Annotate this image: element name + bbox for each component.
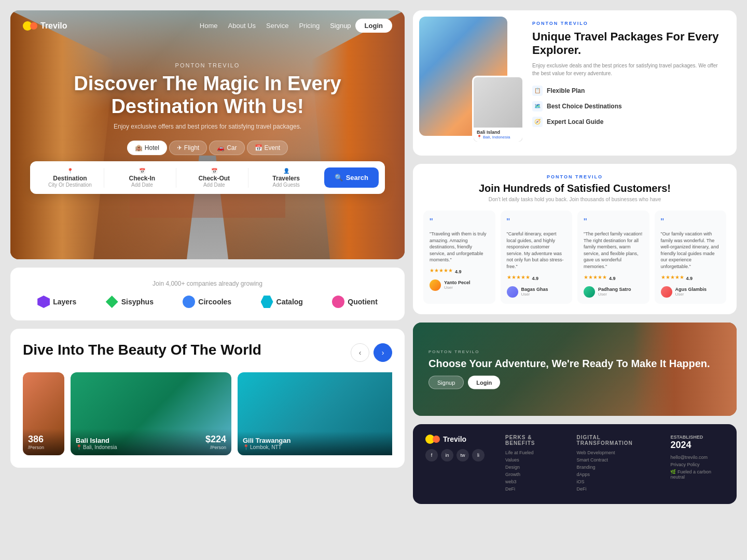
tab-event[interactable]: 📅 Event xyxy=(247,141,288,155)
travelers-sub: Add Guests xyxy=(258,182,315,188)
feature-destinations-label: Best Choice Destinations xyxy=(547,103,622,110)
search-icon: 🔍 xyxy=(335,174,343,181)
companies-list: Layers Sisyphus Circooles Catalog Quotie… xyxy=(23,296,392,308)
tab-car[interactable]: 🚗 Car xyxy=(209,141,244,155)
car-icon: 🚗 xyxy=(217,144,225,151)
hero-subtitle: Enjoy exclusive offers and best prices f… xyxy=(30,123,385,130)
destination-card-gili[interactable]: Gili Trawangan 📍 Lombok, NTT xyxy=(238,372,392,455)
nav-home[interactable]: Home xyxy=(200,22,218,30)
company-layers-label: Layers xyxy=(53,298,76,306)
footer-col-digital: Digital Transformation Web Development S… xyxy=(577,435,655,494)
destination-card-bali[interactable]: Bali Island 📍 Bali, Indonesia $224 /Pers… xyxy=(71,372,231,455)
footer-fueled: 🌿 Fueled a carbon neutral xyxy=(670,469,724,480)
testimonial-4: " "Our family vacation with family was w… xyxy=(655,211,727,304)
social-instagram[interactable]: in xyxy=(441,449,453,461)
unique-content: PONTON TREVILO Unique Travel Packages Fo… xyxy=(527,10,737,156)
rating-2: 4.9 xyxy=(532,276,539,281)
logo-text: Trevilo xyxy=(40,21,67,31)
travelers-label: Travelers xyxy=(258,175,315,182)
travelers-field: 👤 Travelers Add Guests xyxy=(253,168,320,188)
next-arrow-button[interactable]: › xyxy=(374,343,392,362)
author-2: Bagas Ghas User xyxy=(507,286,566,298)
unique-brand: PONTON TREVILO xyxy=(532,21,726,26)
author-role-2: User xyxy=(521,292,548,297)
company-sisyphus-label: Sisyphus xyxy=(121,298,154,306)
rating-3: 4.9 xyxy=(609,276,616,281)
testimonial-3: " "The perfect family vacation! The righ… xyxy=(577,211,649,304)
best-choice-icon: 🗺️ xyxy=(532,101,543,111)
avatar-3 xyxy=(584,286,595,298)
footer-item-design: Design xyxy=(505,465,561,470)
footer-item-branding: Branding xyxy=(577,465,655,470)
search-tabs: 🏨 Hotel ✈ Flight 🚗 Car 📅 Event xyxy=(30,141,385,155)
feature-flexible: 📋 Flexible Plan xyxy=(532,86,726,96)
unique-features: 📋 Flexible Plan 🗺️ Best Choice Destinati… xyxy=(532,86,726,127)
author-info-2: Bagas Ghas User xyxy=(521,287,548,297)
footer-item-webdev: Web Development xyxy=(577,450,655,455)
tab-flight-label: Flight xyxy=(184,144,199,151)
gili-card-location: 📍 Lombok, NTT xyxy=(243,444,290,450)
nav-arrows: ‹ › xyxy=(351,341,392,362)
author-role-4: User xyxy=(675,292,707,297)
author-role-3: User xyxy=(598,292,631,297)
footer-item-defi2: DeFi xyxy=(577,486,655,492)
company-layers: Layers xyxy=(37,296,76,308)
logo: Trevilo xyxy=(23,21,67,31)
nav-about[interactable]: About Us xyxy=(228,22,256,30)
rating-4: 4.9 xyxy=(686,276,693,281)
company-quotient-label: Quotient xyxy=(348,298,378,306)
destination-sub: City Or Destination xyxy=(42,182,99,188)
cta-content: PONTON TREVILO Choose Your Adventure, We… xyxy=(428,349,710,389)
author-name-2: Bagas Ghas xyxy=(521,287,548,292)
checkout-field: 📅 Check-Out Add Date xyxy=(181,168,248,188)
testimonial-text-1: "Traveling with them is truly amazing. A… xyxy=(430,231,489,263)
stars-3: ★★★★★ xyxy=(584,274,607,280)
company-sisyphus: Sisyphus xyxy=(106,296,154,308)
footer-item-ios: iOS xyxy=(577,479,655,484)
destination-card-partial[interactable]: 386 /Person xyxy=(23,372,64,455)
hero-badge: PONTON TREVILO xyxy=(30,62,385,68)
search-button[interactable]: 🔍 Search xyxy=(324,167,379,188)
person-icon: 👤 xyxy=(258,168,315,174)
footer-email: hello@trevilo.com xyxy=(670,455,724,460)
nav-signup-button[interactable]: Signup xyxy=(330,22,351,30)
cta-signup-button[interactable]: Signup xyxy=(428,375,464,389)
author-4: Agus Glambis User xyxy=(661,286,721,298)
destinations-section: Dive Into The Beauty Of The World ‹ › 38… xyxy=(10,329,405,468)
destinations-title: Dive Into The Beauty Of The World xyxy=(23,341,261,359)
digital-col-title: Digital Transformation xyxy=(577,435,655,446)
feature-guide-label: Expert Local Guide xyxy=(547,118,603,125)
nav-pricing[interactable]: Pricing xyxy=(299,22,320,30)
unique-title: Unique Travel Packages For Every Explore… xyxy=(532,30,726,58)
footer-logo: Trevilo xyxy=(425,435,485,444)
dest-overlay-bali: Bali Island 📍 Bali, Indonesia $224 /Pers… xyxy=(71,429,231,455)
social-twitter[interactable]: tw xyxy=(457,449,469,461)
calendar-icon-2: 📅 xyxy=(186,168,243,174)
footer-logo-icon xyxy=(425,435,440,444)
social-facebook[interactable]: f xyxy=(425,449,438,461)
tab-hotel[interactable]: 🏨 Hotel xyxy=(127,141,167,155)
footer-top: Trevilo f in tw li Perks & Benefits Life… xyxy=(425,435,724,494)
checkin-field: 📅 Check-In Add Date xyxy=(108,168,176,188)
testimonials-grid: " "Traveling with them is truly amazing.… xyxy=(423,211,726,304)
established-label: ESTABLISHED xyxy=(670,435,724,440)
cta-login-button[interactable]: Login xyxy=(468,375,500,389)
unique-images: Bali Island 📍 Bali, Indonesia xyxy=(413,10,527,156)
nav-service[interactable]: Service xyxy=(266,22,288,30)
companies-label: Join 4,000+ companies already growing xyxy=(23,280,392,287)
footer-item-values: Values xyxy=(505,457,561,463)
nav-login-button[interactable]: Login xyxy=(355,19,392,33)
tab-flight[interactable]: ✈ Flight xyxy=(169,141,207,155)
author-name-1: Yanto Pecel xyxy=(444,280,471,285)
footer-item-defi: DeFi xyxy=(505,486,561,492)
location-pin-small: 📍 xyxy=(477,135,482,139)
stars-1: ★★★★★ xyxy=(430,268,453,273)
destination-label: Destination xyxy=(42,175,99,182)
search-bar: 📍 Destination City Or Destination 📅 Chec… xyxy=(30,161,385,194)
quote-icon-4: " xyxy=(661,217,721,228)
prev-arrow-button[interactable]: ‹ xyxy=(351,343,369,362)
bali-price: $224 xyxy=(205,434,226,445)
tab-car-label: Car xyxy=(227,144,237,151)
social-linkedin[interactable]: li xyxy=(472,449,485,461)
search-btn-label: Search xyxy=(346,174,368,181)
